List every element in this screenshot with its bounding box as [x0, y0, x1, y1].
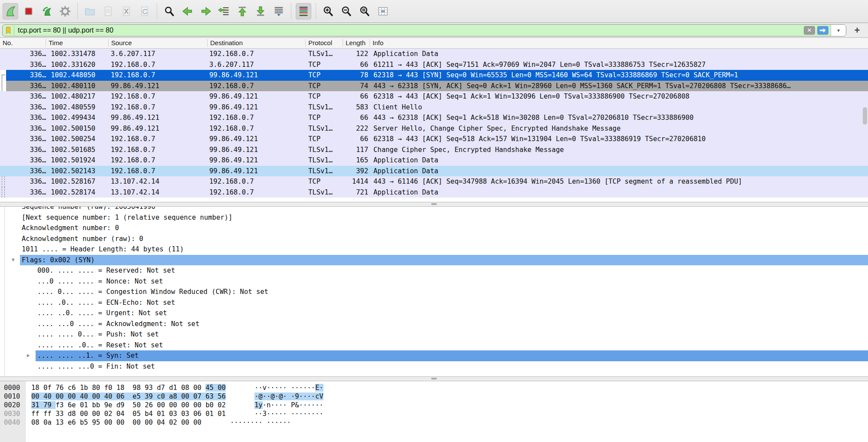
packet-row[interactable]: 336…1002.448050192.168.0.799.86.49.121TC…: [0, 70, 868, 81]
go-back-icon[interactable]: [180, 3, 195, 20]
detail-line[interactable]: ▼Flags: 0x002 (SYN): [0, 255, 868, 266]
filter-clear-icon[interactable]: ✕: [804, 26, 815, 35]
display-filter-field[interactable]: ✕ ▾: [2, 24, 846, 36]
cell-length: 1414: [343, 176, 370, 187]
conversation-mark: [0, 112, 6, 123]
cell-protocol: TLSv1…: [306, 155, 343, 166]
cell-destination: 99.86.49.121: [208, 102, 306, 113]
zoom-out-icon[interactable]: [339, 3, 354, 20]
detail-line[interactable]: ▶.... .... ..1. = Syn: Set: [0, 350, 868, 361]
column-header-protocol[interactable]: Protocol: [306, 39, 343, 47]
detail-line[interactable]: [Next sequence number: 1 (relative seque…: [0, 212, 868, 223]
column-header-no[interactable]: No.: [0, 39, 46, 47]
open-file-icon[interactable]: [82, 3, 98, 20]
detail-line[interactable]: .... 0... .... = Congestion Window Reduc…: [0, 287, 868, 297]
hex-row[interactable]: 0030ff ff 33 d8 00 00 02 04 05 b4 01 03 …: [0, 409, 868, 418]
hex-row[interactable]: 004008 0a 13 e6 b5 95 00 00 00 00 04 02 …: [0, 418, 868, 427]
cell-protocol: TLSv1…: [306, 145, 343, 155]
packet-row[interactable]: 336…1002.48011099.86.49.121192.168.0.7TC…: [0, 81, 868, 92]
filter-bookmark-icon[interactable]: [3, 25, 14, 36]
display-filter-input[interactable]: [14, 26, 804, 34]
filter-dropdown-icon[interactable]: ▾: [831, 25, 846, 36]
detail-line[interactable]: 1011 .... = Header Length: 44 bytes (11): [0, 244, 868, 255]
cell-info: 443 → 61146 [ACK] Seq=347988 Ack=16394 W…: [370, 176, 868, 187]
cell-source: 192.168.0.7: [109, 145, 208, 155]
hex-row[interactable]: 001000 40 00 00 40 00 40 06 e5 39 c0 a8 …: [0, 392, 868, 401]
go-forward-icon[interactable]: [198, 3, 214, 20]
detail-line[interactable]: Acknowledgment number (raw): 0: [0, 234, 868, 244]
packet-bytes-pane: 000018 0f 76 c6 1b 80 f0 18 98 93 d7 d1 …: [0, 381, 868, 442]
detail-text: .... ...0 .... = Acknowledgment: Not set: [36, 319, 868, 330]
cell-info: Application Data: [370, 155, 868, 166]
resize-columns-icon[interactable]: [375, 3, 391, 20]
packet-list-scrollbar-thumb[interactable]: [863, 107, 867, 125]
go-to-packet-icon[interactable]: [216, 3, 232, 20]
cell-time: 1002.502143: [46, 166, 109, 177]
find-packet-icon[interactable]: [162, 3, 177, 20]
detail-line[interactable]: 000. .... .... = Reserved: Not set: [0, 265, 868, 276]
cell-destination: 3.6.207.117: [208, 59, 306, 70]
column-header-destination[interactable]: Destination: [208, 39, 306, 47]
packet-row[interactable]: 336…1002.500254192.168.0.799.86.49.121TC…: [0, 134, 868, 145]
detail-line[interactable]: ...0 .... .... = Nonce: Not set: [0, 276, 868, 287]
stop-capture-icon[interactable]: [21, 3, 36, 20]
packet-row[interactable]: 336…1002.480217192.168.0.799.86.49.121TC…: [0, 91, 868, 102]
go-to-top-icon[interactable]: [234, 3, 250, 20]
go-to-bottom-icon[interactable]: [253, 3, 268, 20]
close-file-icon[interactable]: [119, 3, 134, 20]
hex-row[interactable]: 000018 0f 76 c6 1b 80 f0 18 98 93 d7 d1 …: [0, 383, 868, 392]
detail-line[interactable]: .... .... ...0 = Fin: Not set: [0, 361, 868, 372]
filter-apply-icon[interactable]: [817, 26, 828, 35]
hex-offset: 0020: [0, 401, 25, 409]
cell-info: Client Hello: [370, 102, 868, 113]
packet-row[interactable]: 336…1002.3314783.6.207.117192.168.0.7TLS…: [0, 49, 868, 59]
column-header-time[interactable]: Time: [46, 39, 109, 47]
cell-time: 1002.528174: [46, 187, 109, 198]
detail-line[interactable]: .... .... .0.. = Reset: Not set: [0, 340, 868, 351]
capture-options-icon[interactable]: [57, 3, 73, 20]
packet-row[interactable]: 336…1002.501685192.168.0.799.86.49.121TL…: [0, 145, 868, 155]
hex-bytes: 08 0a 13 e6 b5 95 00 00 00 00 04 02 00 0…: [25, 418, 201, 427]
packet-row[interactable]: 336…1002.502143192.168.0.799.86.49.121TL…: [0, 166, 868, 177]
column-header-source[interactable]: Source: [109, 39, 208, 47]
conversation-mark: [0, 49, 6, 59]
packet-details-pane: Sequence number (raw): 2005041990[Next s…: [0, 207, 868, 376]
detail-line[interactable]: .... ...0 .... = Acknowledgment: Not set: [0, 319, 868, 330]
restart-capture-icon[interactable]: [39, 3, 55, 20]
cell-no: 336…: [6, 123, 46, 134]
splitter-handle[interactable]: [0, 202, 868, 207]
hex-offset: 0030: [0, 409, 25, 418]
packet-row[interactable]: 336…1002.49943499.86.49.121192.168.0.7TC…: [0, 112, 868, 123]
start-capture-icon[interactable]: [3, 3, 18, 20]
packet-row[interactable]: 336…1002.50015099.86.49.121192.168.0.7TL…: [0, 123, 868, 134]
zoom-reset-icon[interactable]: [357, 3, 373, 20]
cell-no: 336…: [6, 176, 46, 187]
cell-protocol: TLSv1…: [306, 187, 343, 198]
hex-row[interactable]: 002031 79 f3 6e 01 bb 9e d9 50 26 00 00 …: [0, 401, 868, 409]
column-header-info[interactable]: Info: [370, 39, 868, 47]
detail-line[interactable]: Sequence number (raw): 2005041990: [0, 207, 868, 212]
packet-row[interactable]: 336…1002.52816713.107.42.14192.168.0.7TC…: [0, 176, 868, 187]
expander-closed-icon[interactable]: ▶: [27, 350, 30, 361]
detail-line[interactable]: .... ..0. .... = Urgent: Not set: [0, 308, 868, 319]
filter-add-button[interactable]: +: [850, 25, 865, 36]
packet-row[interactable]: 336…1002.52817413.107.42.14192.168.0.7TL…: [0, 187, 868, 198]
detail-line[interactable]: .... .... 0... = Push: Not set: [0, 329, 868, 340]
toolbar-separator: [316, 3, 317, 19]
detail-line[interactable]: Acknowledgment number: 0: [0, 223, 868, 234]
reload-file-icon[interactable]: [137, 3, 152, 20]
cell-length: 117: [343, 145, 370, 155]
hex-ascii: 1y·n···· P&······: [226, 401, 323, 409]
detail-line[interactable]: .... .0.. .... = ECN-Echo: Not set: [0, 297, 868, 308]
splitter-handle[interactable]: [0, 376, 868, 381]
colorize-icon[interactable]: [296, 3, 311, 20]
column-header-length[interactable]: Length: [343, 39, 370, 47]
auto-scroll-icon[interactable]: [271, 3, 287, 20]
expander-open-icon[interactable]: ▼: [12, 255, 15, 266]
save-file-icon[interactable]: [100, 3, 116, 20]
packet-row[interactable]: 336…1002.331620192.168.0.73.6.207.117TCP…: [0, 59, 868, 70]
zoom-in-icon[interactable]: [320, 3, 336, 20]
cell-protocol: TLSv1…: [306, 102, 343, 113]
packet-row[interactable]: 336…1002.480559192.168.0.799.86.49.121TL…: [0, 102, 868, 113]
packet-row[interactable]: 336…1002.501924192.168.0.799.86.49.121TL…: [0, 155, 868, 166]
